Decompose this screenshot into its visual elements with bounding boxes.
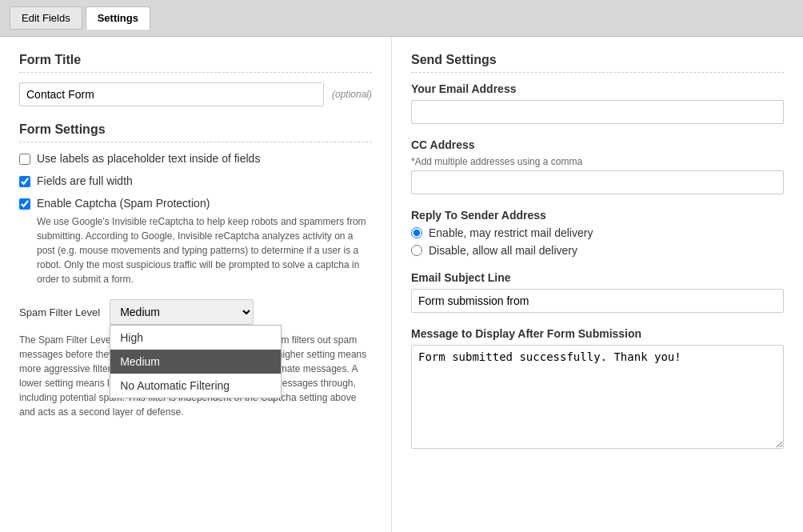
- cc-address-sublabel: *Add multiple addresses using a comma: [411, 156, 784, 167]
- email-address-input[interactable]: [411, 100, 784, 124]
- email-subject-label: Email Subject Line: [411, 271, 784, 284]
- reply-disable-row: Disable, allow all mail delivery: [411, 244, 784, 257]
- full-width-label: Fields are full width: [37, 174, 133, 187]
- form-title-section-heading: Form Title: [19, 53, 372, 73]
- toolbar: Edit Fields Settings: [0, 0, 803, 37]
- captcha-description: We use Google's Invisible reCaptcha to h…: [37, 214, 372, 286]
- message-display-field: Message to Display After Form Submission: [411, 327, 784, 451]
- reply-enable-radio[interactable]: [411, 227, 422, 238]
- cc-address-field: CC Address *Add multiple addresses using…: [411, 138, 784, 194]
- edit-fields-button[interactable]: Edit Fields: [10, 6, 82, 30]
- reply-enable-label: Enable, may restrict mail delivery: [429, 226, 593, 239]
- full-width-checkbox[interactable]: [19, 176, 30, 187]
- reply-disable-radio[interactable]: [411, 245, 422, 256]
- spam-filter-select[interactable]: High Medium No Automatic Filtering: [110, 299, 254, 325]
- spam-filter-label: Spam Filter Level: [19, 306, 100, 318]
- main-content: Form Title (optional) Form Settings Use …: [0, 37, 803, 532]
- spam-dropdown-none[interactable]: No Automatic Filtering: [110, 374, 281, 398]
- checkbox-labels-placeholder-row: Use labels as placeholder text inside of…: [19, 152, 372, 165]
- cc-address-input[interactable]: [411, 170, 784, 194]
- email-subject-field: Email Subject Line: [411, 271, 784, 313]
- spam-filter-row: Spam Filter Level High Medium No Automat…: [19, 299, 372, 325]
- spam-filter-dropdown-container: High Medium No Automatic Filtering High …: [110, 299, 254, 325]
- email-address-label: Your Email Address: [411, 82, 784, 95]
- form-settings-heading: Form Settings: [19, 122, 372, 142]
- labels-placeholder-checkbox[interactable]: [19, 154, 30, 165]
- message-display-label: Message to Display After Form Submission: [411, 327, 784, 340]
- right-panel: Send Settings Your Email Address CC Addr…: [392, 37, 803, 532]
- labels-placeholder-label: Use labels as placeholder text inside of…: [37, 152, 260, 165]
- reply-enable-row: Enable, may restrict mail delivery: [411, 226, 784, 239]
- form-settings-section: Form Settings Use labels as placeholder …: [19, 122, 372, 419]
- checkbox-full-width-row: Fields are full width: [19, 174, 372, 187]
- email-subject-input[interactable]: [411, 289, 784, 313]
- spam-dropdown-medium[interactable]: Medium: [110, 350, 281, 374]
- spam-dropdown-high[interactable]: High: [110, 326, 281, 350]
- reply-to-label: Reply To Sender Address: [411, 209, 784, 222]
- captcha-checkbox[interactable]: [19, 198, 30, 210]
- spam-dropdown-menu: High Medium No Automatic Filtering: [110, 325, 282, 398]
- left-panel: Form Title (optional) Form Settings Use …: [0, 37, 392, 532]
- form-title-row: (optional): [19, 82, 372, 106]
- settings-button[interactable]: Settings: [86, 6, 150, 30]
- captcha-label: Enable Captcha (Spam Protection): [37, 197, 210, 210]
- email-address-field: Your Email Address: [411, 82, 784, 124]
- cc-address-label: CC Address: [411, 138, 784, 151]
- send-settings-heading: Send Settings: [411, 53, 784, 73]
- form-title-input[interactable]: [19, 82, 324, 106]
- reply-to-field: Reply To Sender Address Enable, may rest…: [411, 209, 784, 257]
- optional-label: (optional): [332, 89, 372, 100]
- checkbox-captcha-row: Enable Captcha (Spam Protection): [19, 197, 372, 210]
- message-display-textarea[interactable]: [411, 345, 784, 449]
- reply-disable-label: Disable, allow all mail delivery: [429, 244, 577, 257]
